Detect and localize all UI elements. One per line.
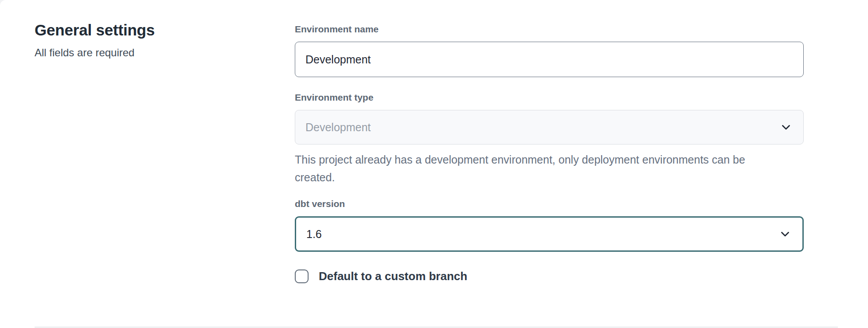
helper-line-1: This project already has a development e… [295,151,804,168]
custom-branch-row[interactable]: Default to a custom branch [295,269,804,284]
environment-type-value: Development [305,121,371,134]
environment-name-label: Environment name [295,23,804,35]
environment-type-select: Development [295,110,804,144]
dbt-version-value: 1.6 [306,228,322,241]
page-title: General settings [35,21,295,39]
environment-name-input[interactable] [295,42,804,77]
page-subtitle: All fields are required [35,46,295,59]
panel-corner [0,0,7,7]
custom-branch-label: Default to a custom branch [319,269,467,284]
environment-name-field: Environment name [295,23,804,77]
dbt-version-select[interactable]: 1.6 [295,216,804,252]
environment-type-label: Environment type [295,91,804,104]
settings-form: Environment name Environment type Develo… [295,0,804,284]
general-settings-section: General settings All fields are required… [0,0,868,284]
helper-line-2: created. [295,168,804,186]
custom-branch-checkbox[interactable] [295,269,309,283]
section-divider [35,327,838,328]
chevron-down-icon [779,121,793,134]
environment-type-field: Environment type Development This projec… [295,91,804,186]
dbt-version-field: dbt version 1.6 [295,198,804,252]
section-header: General settings All fields are required [0,0,295,59]
chevron-down-icon [778,227,792,241]
dbt-version-label: dbt version [295,198,804,210]
environment-type-helper: This project already has a development e… [295,151,804,186]
